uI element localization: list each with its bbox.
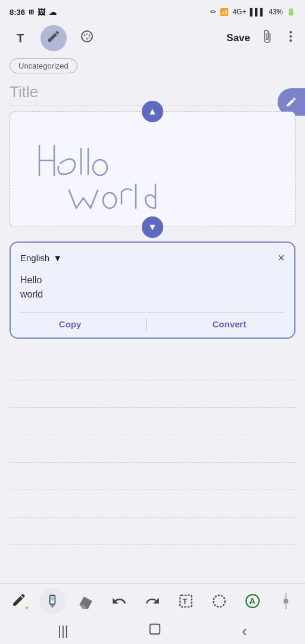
battery-level: 43% <box>269 8 283 16</box>
nav-bar: ||| ‹ <box>0 618 305 644</box>
recognition-header: English ▼ × <box>20 251 285 265</box>
dot-line-6 <box>10 490 295 518</box>
dropdown-arrow-icon: ▼ <box>53 253 62 263</box>
top-toolbar: T <box>0 21 305 55</box>
eraser-icon <box>78 593 94 609</box>
text-select-icon: T <box>178 593 194 609</box>
svg-point-2 <box>86 33 88 35</box>
redo-button[interactable] <box>139 588 166 614</box>
scroll-handle-button[interactable] <box>273 588 299 614</box>
back-icon: ‹ <box>242 622 247 640</box>
highlighter-bottom-button[interactable] <box>39 588 66 614</box>
attach-icon[interactable] <box>260 29 274 47</box>
toolbar-right: Save <box>226 29 298 47</box>
pen-tool-button[interactable] <box>41 25 67 51</box>
text-select-button[interactable]: T <box>173 588 199 614</box>
chevron-up-icon: ▲ <box>148 106 157 117</box>
palette-icon <box>80 29 94 47</box>
undo-icon <box>111 593 127 609</box>
handwriting-canvas[interactable] <box>10 112 295 227</box>
svg-point-9 <box>93 160 107 175</box>
svg-point-3 <box>89 35 91 36</box>
svg-rect-24 <box>150 624 160 634</box>
svg-text:A: A <box>250 596 256 606</box>
recognition-close-button[interactable]: × <box>278 251 285 265</box>
svg-point-7 <box>290 35 292 38</box>
recognized-text: Helloworld <box>20 271 285 304</box>
svg-point-8 <box>290 39 292 42</box>
dot-lines-area <box>10 347 295 551</box>
lasso-icon <box>211 593 227 609</box>
svg-point-1 <box>84 35 86 36</box>
dot-line-1 <box>10 353 295 380</box>
redo-icon <box>145 593 160 609</box>
svg-point-5 <box>86 38 88 40</box>
pen-bottom-button[interactable]: ★ <box>6 588 32 614</box>
home-icon <box>148 624 161 639</box>
star-badge: ★ <box>24 605 29 611</box>
handwriting-container: ▲ <box>10 112 295 227</box>
scroll-handle-icon <box>281 593 291 609</box>
battery-icon: 🔋 <box>287 8 295 16</box>
cloud-icon: ☁ <box>49 8 57 17</box>
svg-point-6 <box>290 31 292 33</box>
svg-point-10 <box>103 193 116 208</box>
language-label: English <box>20 253 49 263</box>
dot-line-3 <box>10 408 295 435</box>
nav-back-button[interactable]: ‹ <box>242 622 247 640</box>
grid-icon: ⊞ <box>29 8 34 16</box>
status-time: 8:36 ⊞ 🖼 ☁ <box>10 8 57 17</box>
menu-icon: ||| <box>58 623 68 638</box>
svg-point-0 <box>82 31 92 42</box>
text-recognition-button[interactable]: A <box>239 588 266 614</box>
pen-with-badge: ★ <box>11 592 27 609</box>
chevron-down-icon: ▼ <box>148 222 157 233</box>
copy-button[interactable]: Copy <box>47 317 94 332</box>
status-bar: 8:36 ⊞ 🖼 ☁ ✏ 📶 4G+ ▌▌▌ 43% 🔋 <box>0 0 305 21</box>
more-options-icon[interactable] <box>284 29 298 47</box>
dot-line-2 <box>10 380 295 408</box>
pen-icon <box>46 29 61 47</box>
toolbar-left: T <box>7 25 100 51</box>
nav-menu-button[interactable]: ||| <box>58 623 68 639</box>
save-button[interactable]: Save <box>226 32 250 44</box>
pencil-icon: ✏ <box>210 8 216 16</box>
network-label: 4G+ <box>232 8 246 16</box>
svg-point-19 <box>213 595 225 607</box>
bars-icon: ▌▌▌ <box>250 8 265 16</box>
eraser-bottom-button[interactable] <box>73 588 99 614</box>
collapse-bottom-button[interactable]: ▼ <box>142 216 163 238</box>
bottom-toolbar: ★ <box>0 583 305 618</box>
status-right: ✏ 📶 4G+ ▌▌▌ 43% 🔋 <box>210 8 295 16</box>
palette-tool-button[interactable] <box>74 25 100 51</box>
text-recognition-icon: A <box>245 593 260 609</box>
recognition-box: English ▼ × Helloworld Copy Convert <box>10 242 295 339</box>
category-tag[interactable]: Uncategorized <box>10 58 77 73</box>
text-tool-icon: T <box>17 32 24 45</box>
dot-line-7 <box>10 518 295 545</box>
recognition-footer: Copy Convert <box>20 312 285 332</box>
dot-line-4 <box>10 435 295 463</box>
footer-divider <box>147 318 147 330</box>
svg-rect-14 <box>51 596 55 600</box>
content-area: Uncategorized Title ▲ <box>0 55 305 551</box>
text-tool-button[interactable]: T <box>7 25 33 51</box>
undo-button[interactable] <box>106 588 132 614</box>
close-icon: × <box>278 251 285 264</box>
svg-rect-23 <box>284 599 288 603</box>
svg-point-4 <box>89 37 91 39</box>
nav-home-button[interactable] <box>148 623 161 639</box>
collapse-top-button[interactable]: ▲ <box>142 101 163 122</box>
lasso-button[interactable] <box>206 588 232 614</box>
highlighter-icon <box>45 593 60 609</box>
dot-line-5 <box>10 463 295 490</box>
svg-rect-12 <box>51 604 55 606</box>
convert-button[interactable]: Convert <box>200 317 258 332</box>
recognized-text-content: Helloworld <box>20 275 43 299</box>
svg-text:T: T <box>183 597 188 606</box>
image-icon: 🖼 <box>38 8 45 17</box>
language-selector[interactable]: English ▼ <box>20 253 62 263</box>
signal-icon: 📶 <box>220 8 229 16</box>
svg-marker-13 <box>51 606 54 608</box>
